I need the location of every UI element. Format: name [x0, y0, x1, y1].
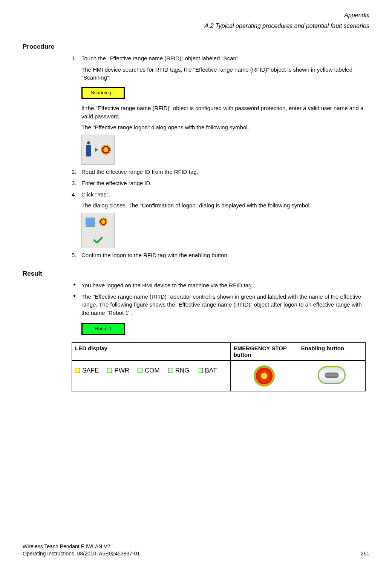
chip-icon — [86, 218, 95, 227]
step-1-sub2: If the "Effective range name (RFID)" obj… — [81, 104, 366, 121]
enabling-button-inner-icon — [325, 373, 339, 378]
step-1-sub3: The "Effective range logon" dialog opens… — [81, 123, 366, 132]
person-icon — [85, 141, 92, 158]
led-box-green-icon — [107, 368, 112, 373]
led-pwr: PWR — [107, 367, 129, 374]
led-box-green-icon — [138, 368, 142, 373]
confirm-dialog-symbol — [81, 213, 115, 248]
result-item-2-text: The "Effective range name (RFID)" operat… — [81, 293, 362, 316]
header-appendix: Appendix — [23, 11, 369, 20]
led-safe-label: SAFE — [82, 367, 99, 374]
header-rule — [23, 33, 369, 33]
step-1-text: Touch the "Effective range name (RFID)" … — [81, 55, 240, 61]
result-item-2: The "Effective range name (RFID)" operat… — [72, 293, 366, 337]
result-heading: Result — [23, 270, 369, 278]
step-4: Click "Yes". The dialog closes. The "Con… — [72, 190, 366, 248]
step-1: Touch the "Effective range name (RFID)" … — [72, 54, 366, 165]
page-footer: Wireless Teach Pendant F IWLAN V2 Operat… — [23, 543, 369, 558]
led-box-green-icon — [168, 368, 173, 373]
led-safe: SAFE — [75, 367, 99, 374]
rfid-beacon-icon — [101, 145, 111, 155]
footer-product: Wireless Teach Pendant F IWLAN V2 — [23, 543, 140, 551]
procedure-list: Touch the "Effective range name (RFID)" … — [72, 54, 366, 259]
procedure-heading: Procedure — [23, 43, 369, 51]
arrow-right-icon — [95, 147, 98, 152]
led-box-green-icon — [198, 368, 203, 373]
step-3: Enter the effective range ID. — [72, 179, 366, 187]
step-4-text: Click "Yes". — [81, 191, 110, 198]
th-estop: EMERGENCY STOP button — [230, 342, 298, 360]
led-com: COM — [138, 367, 160, 374]
header-section: A.2 Typical operating procedures and pot… — [23, 22, 369, 30]
step-2: Read the effective range ID from the RFI… — [72, 168, 366, 176]
led-rng-label: RNG — [175, 367, 190, 374]
robot1-button: Robot 1 — [81, 323, 125, 335]
logon-dialog-symbol — [81, 135, 115, 165]
led-pwr-label: PWR — [114, 367, 129, 374]
led-rng: RNG — [168, 367, 190, 374]
step-4-sub1: The dialog closes. The "Confirmation of … — [81, 201, 366, 210]
th-led-display: LED display — [72, 342, 231, 360]
page-number: 261 — [361, 550, 369, 558]
led-bat-label: BAT — [205, 367, 217, 374]
led-bat: BAT — [198, 367, 217, 374]
rfid-beacon-icon — [99, 218, 107, 226]
footer-docinfo: Operating Instructions, 08/2010, A5E0245… — [23, 550, 140, 558]
led-row: SAFE PWR COM RNG — [75, 363, 227, 386]
enabling-button-icon — [318, 366, 346, 384]
th-enable: Enabling button — [298, 342, 365, 360]
step-5: Confirm the logon to the RFID tag with t… — [72, 251, 366, 259]
table-row: SAFE PWR COM RNG — [72, 360, 366, 391]
result-list: You have logged on the HMI device to the… — [72, 281, 366, 337]
scanning-button: Scanning... — [81, 87, 125, 99]
result-item-1: You have logged on the HMI device to the… — [72, 281, 366, 290]
led-box-yellow-icon — [75, 368, 80, 373]
checkmark-icon — [92, 237, 104, 245]
emergency-stop-icon — [254, 365, 275, 386]
led-com-label: COM — [145, 367, 160, 374]
step-1-sub1: The HMI device searches for RFID tags, t… — [81, 66, 366, 82]
status-table: LED display EMERGENCY STOP button Enabli… — [72, 342, 366, 391]
